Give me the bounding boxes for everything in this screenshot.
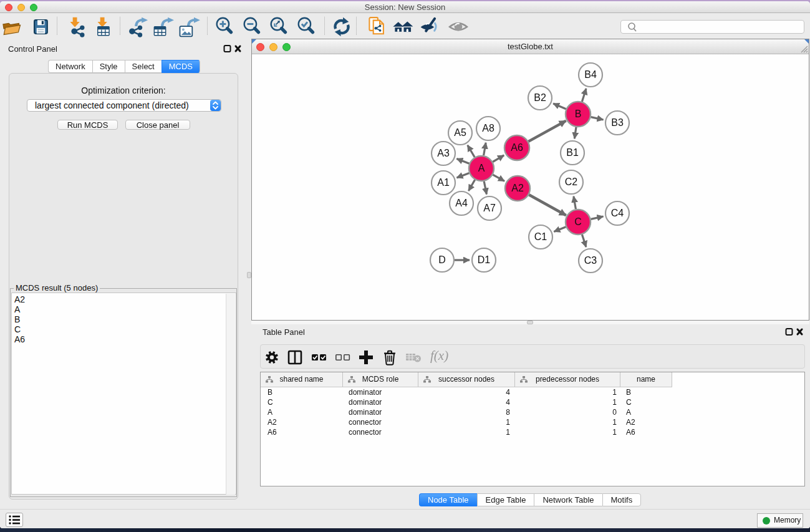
svg-text:A4: A4: [455, 198, 468, 208]
svg-text:B4: B4: [584, 69, 597, 80]
svg-text:A1: A1: [437, 177, 450, 188]
svg-text:D: D: [438, 254, 446, 265]
svg-text:C3: C3: [584, 255, 597, 266]
svg-text:A6: A6: [511, 142, 523, 153]
svg-text:B3: B3: [611, 117, 624, 128]
svg-text:C2: C2: [565, 177, 578, 187]
svg-text:B2: B2: [534, 92, 546, 103]
svg-text:D1: D1: [478, 254, 491, 265]
svg-text:A5: A5: [454, 127, 466, 138]
svg-text:A2: A2: [511, 183, 524, 193]
svg-text:C: C: [574, 216, 582, 227]
svg-text:C1: C1: [534, 231, 547, 242]
svg-text:A: A: [478, 163, 485, 173]
svg-text:B: B: [575, 109, 582, 119]
svg-text:C4: C4: [611, 208, 624, 218]
svg-text:B1: B1: [566, 147, 579, 158]
svg-text:A3: A3: [437, 148, 450, 158]
svg-text:A8: A8: [482, 123, 494, 133]
svg-text:A7: A7: [483, 203, 496, 213]
